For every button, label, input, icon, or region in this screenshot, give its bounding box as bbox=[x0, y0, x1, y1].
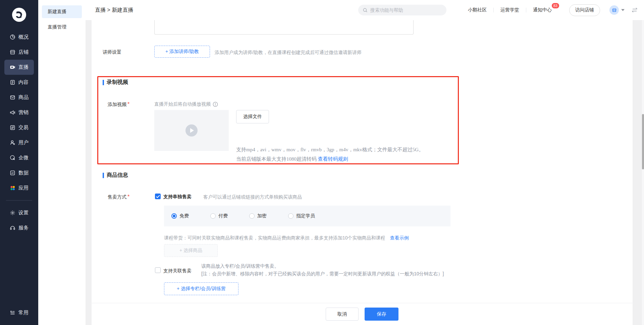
sidebar-item-label: 店铺 bbox=[18, 49, 29, 55]
standalone-sale-hint: 客户可以通过店铺或链接的方式单独购买该商品 bbox=[203, 194, 302, 200]
section-title-text: 录制视频 bbox=[107, 79, 128, 86]
choose-product-button[interactable]: + 选择商品 bbox=[164, 244, 218, 257]
sidebar-item-label: 设置 bbox=[18, 210, 29, 216]
sidebar-item-data[interactable]: 数据 bbox=[4, 165, 34, 180]
standalone-sale-label[interactable]: 支持单独售卖 bbox=[163, 194, 192, 200]
format-line1: 支持mp4，avi，wmv，mov，flv，rmvb，3gp，m4v，mkv格式… bbox=[236, 146, 424, 154]
add-video-label: 添加视频* bbox=[108, 101, 129, 108]
link-community[interactable]: 小鹅社区 bbox=[461, 7, 493, 13]
video-section-title: 录制视频 bbox=[103, 79, 128, 86]
video-format-info: 支持mp4，avi，wmv，mov，flv，rmvb，3gp，m4v，mkv格式… bbox=[236, 146, 424, 163]
play-icon bbox=[185, 124, 198, 137]
radio-designated-students[interactable]: 指定学员 bbox=[288, 213, 315, 219]
radio-off-icon bbox=[210, 213, 216, 219]
sidebar-item-content[interactable]: 内容 bbox=[4, 75, 34, 90]
sidebar-item-label: 概况 bbox=[18, 34, 29, 40]
radio-free[interactable]: 免费 bbox=[171, 213, 189, 219]
price-options-panel: 免费 付费 加密 指定学员 bbox=[164, 206, 450, 226]
primary-sidebar: 概况 店铺 直播 内容 商品 营销 交易 用户 bbox=[0, 0, 38, 325]
format-line2: 当前店铺版本最大支持1080超清转码 bbox=[236, 156, 317, 162]
sidebar-item-label: 企微 bbox=[18, 155, 29, 161]
service-icon bbox=[9, 225, 15, 231]
sidebar-item-label: 营销 bbox=[18, 109, 29, 116]
live-intro-textarea[interactable] bbox=[154, 20, 414, 35]
sale-method-label: 售卖方式* bbox=[108, 194, 129, 200]
info-icon[interactable] bbox=[213, 102, 218, 107]
sidebar-item-goods[interactable]: 商品 bbox=[4, 90, 34, 105]
sidebar-item-label: 商品 bbox=[18, 94, 29, 101]
data-chart-icon bbox=[9, 170, 15, 176]
transaction-icon bbox=[9, 125, 15, 131]
link-notification-center[interactable]: 通知中心 83 bbox=[526, 7, 558, 13]
sidebar-item-wecom[interactable]: 企微 bbox=[4, 150, 34, 165]
sidebar-item-label: 交易 bbox=[18, 124, 29, 131]
video-camera-icon bbox=[9, 64, 15, 70]
link-academy[interactable]: 运营学堂 bbox=[494, 7, 526, 13]
pie-chart-icon bbox=[9, 34, 15, 40]
sidebar-item-label: 常用 bbox=[18, 310, 29, 316]
required-mark: * bbox=[127, 194, 129, 200]
search-box[interactable] bbox=[358, 5, 446, 15]
view-example-link[interactable]: 查看示例 bbox=[390, 235, 409, 240]
product-section-title: 商品信息 bbox=[103, 172, 128, 179]
add-lecturer-button[interactable]: + 添加讲师/助教 bbox=[154, 46, 210, 58]
search-input[interactable] bbox=[370, 7, 442, 13]
related-sale-label[interactable]: 支持关联售卖 bbox=[163, 268, 192, 274]
document-icon bbox=[9, 79, 15, 86]
chevron-down-icon bbox=[621, 9, 625, 11]
apps-icon bbox=[9, 185, 15, 191]
save-button[interactable]: 保存 bbox=[365, 308, 398, 321]
switch-account-icon[interactable] bbox=[631, 7, 638, 13]
topbar: 直播 > 新建直播 小鹅社区 运营学堂 通知中心 83 访问店铺 bbox=[86, 0, 644, 20]
logo[interactable] bbox=[0, 0, 38, 30]
xiaoet-logo-icon bbox=[12, 7, 26, 22]
footer-action-bar: 取消 保存 bbox=[92, 303, 633, 325]
user-icon bbox=[9, 140, 15, 146]
sidebar-item-marketing[interactable]: 营销 bbox=[4, 105, 34, 120]
scrollbar-thumb[interactable] bbox=[642, 114, 644, 169]
sidebar-item-settings[interactable]: 设置 bbox=[4, 205, 34, 220]
store-avatar-icon bbox=[612, 8, 617, 13]
subnav-item-live-management[interactable]: 直播管理 bbox=[42, 21, 82, 34]
storefront-icon bbox=[9, 49, 15, 55]
scrollbar[interactable] bbox=[642, 20, 644, 325]
check-icon bbox=[156, 195, 160, 198]
video-placeholder bbox=[154, 110, 229, 151]
visit-store-button[interactable]: 访问店铺 bbox=[569, 4, 600, 16]
frequent-list-icon bbox=[9, 310, 15, 316]
sidebar-item-transaction[interactable]: 交易 bbox=[4, 120, 34, 135]
radio-off-icon bbox=[249, 213, 255, 219]
radio-paid[interactable]: 付费 bbox=[210, 213, 228, 219]
cancel-button[interactable]: 取消 bbox=[326, 308, 359, 321]
sidebar-item-label: 内容 bbox=[18, 79, 29, 86]
form-card: 讲师设置 + 添加讲师/助教 添加用户成为讲师/助教，在直播课程创建完成后可通过… bbox=[92, 20, 633, 325]
sidebar-item-overview[interactable]: 概况 bbox=[4, 30, 34, 45]
sidebar-item-frequent[interactable]: 常用 bbox=[4, 305, 34, 320]
sidebar-item-live[interactable]: 直播 bbox=[4, 60, 34, 75]
radio-encrypted[interactable]: 加密 bbox=[249, 213, 267, 219]
autoplay-tip: 直播开始后将自动播放视频 bbox=[154, 101, 218, 107]
standalone-sale-checkbox[interactable] bbox=[155, 194, 161, 199]
account-menu[interactable] bbox=[609, 5, 625, 15]
section-bar bbox=[103, 80, 104, 85]
subnav-item-label: 直播管理 bbox=[48, 24, 66, 30]
wecom-icon bbox=[9, 155, 15, 161]
sidebar-item-label: 用户 bbox=[18, 140, 29, 146]
sidebar-item-store[interactable]: 店铺 bbox=[4, 45, 34, 60]
search-icon bbox=[363, 8, 368, 13]
subnav-item-new-live[interactable]: 新建直播 bbox=[42, 5, 82, 18]
avatar[interactable] bbox=[609, 5, 619, 15]
required-mark: * bbox=[127, 101, 129, 107]
section-bar bbox=[103, 173, 104, 178]
sidebar-item-users[interactable]: 用户 bbox=[4, 135, 34, 150]
sidebar-item-label: 数据 bbox=[18, 170, 29, 176]
related-sale-checkbox[interactable] bbox=[155, 267, 161, 273]
related-sale-hints: 该商品放入专栏/会员/训练营中售卖。 [注：会员中新增、移除内容时，对于已经购买… bbox=[201, 262, 444, 278]
choose-file-button[interactable]: 选择文件 bbox=[236, 110, 269, 123]
sidebar-item-apps[interactable]: 应用 bbox=[4, 180, 34, 196]
gear-icon bbox=[9, 210, 15, 216]
sidebar-item-service[interactable]: 服务 bbox=[4, 220, 34, 235]
transcode-rules-link[interactable]: 查看转码规则 bbox=[318, 156, 348, 162]
breadcrumb: 直播 > 新建直播 bbox=[95, 7, 133, 14]
choose-related-button[interactable]: + 选择专栏/会员/训练营 bbox=[164, 282, 238, 295]
